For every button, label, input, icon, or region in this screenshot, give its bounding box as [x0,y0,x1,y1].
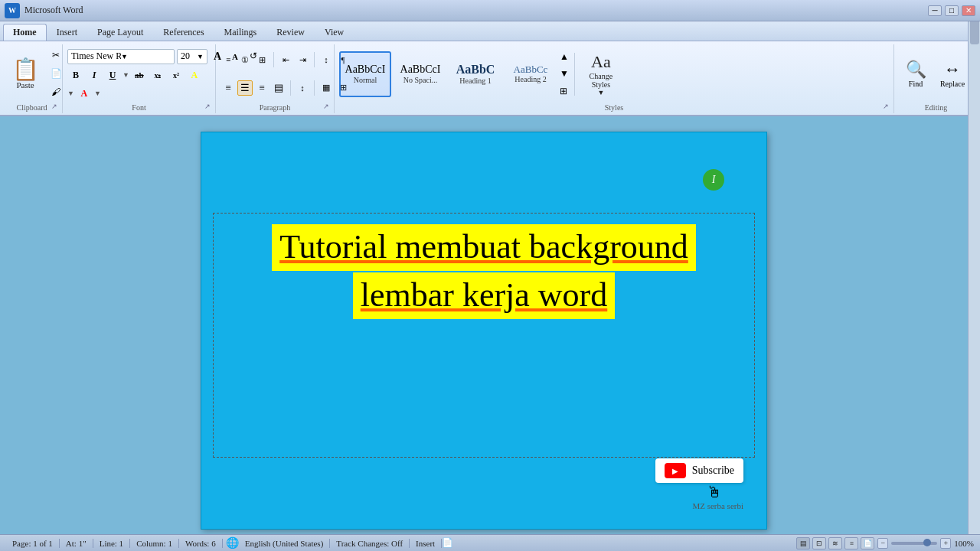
close-button[interactable]: ✕ [962,5,975,16]
subscript-button[interactable]: x₂ [149,67,166,83]
ribbon: 📋 Paste ✂ 📄 🖌 Clipboard ↗ Times New Roma… [0,41,980,116]
clipboard-group: 📋 Paste ✂ 📄 🖌 Clipboard ↗ [2,44,63,113]
text-highlight-button[interactable]: A [186,67,203,83]
italic-button[interactable]: I [86,67,103,83]
status-track-changes[interactable]: Track Changes: Off [330,539,410,548]
align-left-button[interactable]: ≡ [220,80,236,96]
styles-scroll-down[interactable]: ▼ [560,68,569,80]
shading-button[interactable]: ▦ [318,80,334,96]
copy-button[interactable]: 📄 [47,66,64,83]
underline-button[interactable]: U [104,67,121,83]
status-words: Words: 6 [179,539,223,548]
paragraph-label: Paragraph [220,102,329,113]
bold-button[interactable]: B [67,67,84,83]
cut-button[interactable]: ✂ [47,47,64,64]
zoom-thumb[interactable] [923,539,931,546]
find-icon: 🔍 [906,60,926,80]
font-expand[interactable]: ↗ [204,103,214,112]
format-painter-button[interactable]: 🖌 [47,84,64,101]
font-family-selector[interactable]: Times New Roman ▼ [67,49,175,64]
style-heading1[interactable]: AaBbC Heading 1 [449,51,501,97]
paragraph-expand[interactable]: ↗ [323,103,332,112]
style-heading2[interactable]: AaBbCc Heading 2 [505,51,557,97]
style-h2-label: Heading 2 [514,75,546,83]
full-screen-button[interactable]: ⊡ [812,537,826,549]
tab-home[interactable]: Home [3,24,47,41]
zoom-level: 100% [954,539,974,548]
font-size-selector[interactable]: 20 ▼ [177,49,207,64]
tab-mailings[interactable]: Mailings [214,24,267,41]
status-bar: Page: 1 of 1 At: 1" Line: 1 Column: 1 Wo… [0,534,980,551]
font-label: Font [67,102,211,113]
status-page: Page: 1 of 1 [6,539,60,548]
web-layout-button[interactable]: ≋ [828,537,842,549]
replace-button[interactable]: ↔ Replace [936,53,969,95]
outline-button[interactable]: ≡ [844,537,858,549]
underline-arrow[interactable]: ▼ [122,71,129,79]
change-styles-button[interactable]: Aa ChangeStyles ▼ [580,51,622,97]
menu-bar: Home Insert Page Layout References Maili… [0,21,980,41]
tab-review[interactable]: Review [266,24,315,41]
font-color-arrow[interactable]: ▼ [94,90,101,97]
zoom-in-button[interactable]: + [940,538,951,549]
paste-button[interactable]: 📋 Paste [6,51,44,97]
style-h1-label: Heading 1 [459,77,491,85]
styles-label: Styles [339,102,889,113]
zoom-slider[interactable] [891,542,937,545]
maximize-button[interactable]: □ [945,5,959,16]
style-h2-preview: AaBbCc [514,64,548,75]
align-center-button[interactable]: ☰ [237,80,253,96]
font-color-button[interactable]: A [76,85,93,102]
font-dropdown-arrow: ▼ [121,53,171,60]
highlight-arrow[interactable]: ▼ [67,90,74,97]
zoom-bar: − + 100% [877,538,974,549]
bullets-button[interactable]: ≡ [220,52,236,67]
status-language[interactable]: English (United States) [239,539,331,548]
vertical-scrollbar[interactable]: ▲ ▼ [968,0,980,551]
line-spacing-button[interactable]: ↕ [295,80,310,96]
styles-more[interactable]: ⊞ [560,86,569,97]
sort-button[interactable]: ↕ [318,52,334,67]
subscribe-badge: ▶ Subscribe 🖱 [655,458,743,483]
change-styles-arrow: ▼ [597,89,604,96]
draft-button[interactable]: 📄 [861,537,874,549]
strikethrough-button[interactable]: ab [131,67,148,83]
align-right-button[interactable]: ≡ [254,80,270,96]
style-nospace-preview: AaBbCcI [400,64,441,75]
page-text-area[interactable]: Tutorial membuat background lembar kerja… [217,224,751,319]
find-label: Find [909,80,923,88]
change-styles-label: ChangeStyles [590,72,613,89]
paste-icon: 📋 [12,59,39,80]
multilevel-button[interactable]: ⊞ [254,52,270,67]
justify-button[interactable]: ▤ [271,80,286,96]
tab-view[interactable]: View [315,24,354,41]
status-right-area: ▤ ⊡ ≋ ≡ 📄 − + 100% [796,537,974,549]
styles-expand[interactable]: ↗ [883,103,892,112]
title-text: Microsoft Word [24,5,83,16]
find-button[interactable]: 🔍 Find [899,53,933,95]
font-group: Times New Roman ▼ 20 ▼ A A ↺ B I U ▼ ab … [63,44,216,113]
status-macro-icon: 📄 [442,537,453,549]
document-page[interactable]: I Tutorial membuat background lembar ker… [201,132,767,530]
style-normal[interactable]: AaBbCcI Normal [339,51,391,97]
minimize-button[interactable]: ─ [928,5,942,16]
subscribe-label[interactable]: Subscribe [692,465,734,477]
print-layout-button[interactable]: ▤ [796,537,810,549]
title-bar: W Microsoft Word ─ □ ✕ [0,0,980,21]
clipboard-label: Clipboard [6,102,57,113]
numbering-button[interactable]: ① [237,52,253,67]
style-no-space[interactable]: AaBbCcI No Spaci... [394,51,446,97]
decrease-indent-button[interactable]: ⇤ [278,52,293,67]
zoom-out-button[interactable]: − [877,538,888,549]
tab-insert[interactable]: Insert [47,24,87,41]
tab-references[interactable]: References [153,24,214,41]
style-h1-preview: AaBbC [456,63,495,77]
styles-scroll-up[interactable]: ▲ [560,51,569,63]
superscript-button[interactable]: x² [168,67,185,83]
status-insert[interactable]: Insert [410,539,442,548]
editing-group: 🔍 Find ↔ Replace ↖ Select Editing [894,44,978,113]
size-dropdown-arrow: ▼ [197,53,204,60]
tab-page-layout[interactable]: Page Layout [87,24,153,41]
increase-indent-button[interactable]: ⇥ [295,52,310,67]
clipboard-expand[interactable]: ↗ [51,103,60,112]
